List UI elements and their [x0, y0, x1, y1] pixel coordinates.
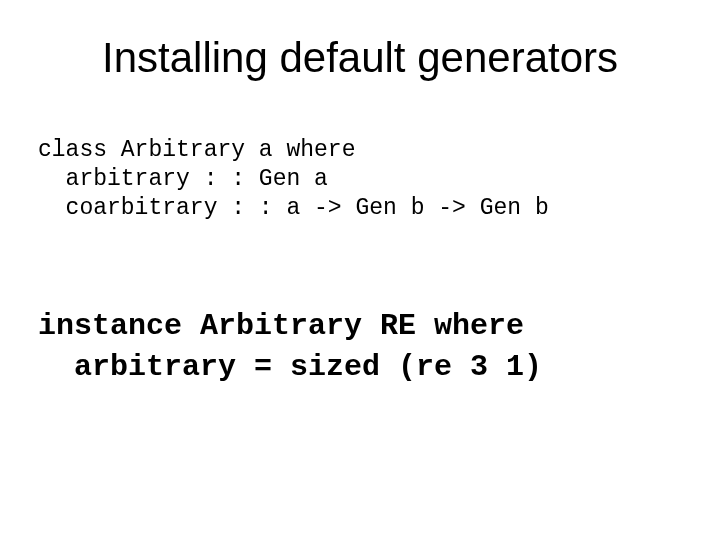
slide: Installing default generators class Arbi…: [0, 0, 720, 540]
code-line: instance Arbitrary RE where: [38, 309, 524, 343]
slide-title: Installing default generators: [0, 34, 720, 82]
class-definition-code: class Arbitrary a where arbitrary : : Ge…: [38, 136, 549, 222]
code-line: arbitrary : : Gen a: [38, 166, 328, 192]
code-line: arbitrary = sized (re 3 1): [38, 350, 542, 384]
code-line: class Arbitrary a where: [38, 137, 355, 163]
instance-definition-code: instance Arbitrary RE where arbitrary = …: [38, 306, 542, 387]
code-line: coarbitrary : : a -> Gen b -> Gen b: [38, 195, 549, 221]
